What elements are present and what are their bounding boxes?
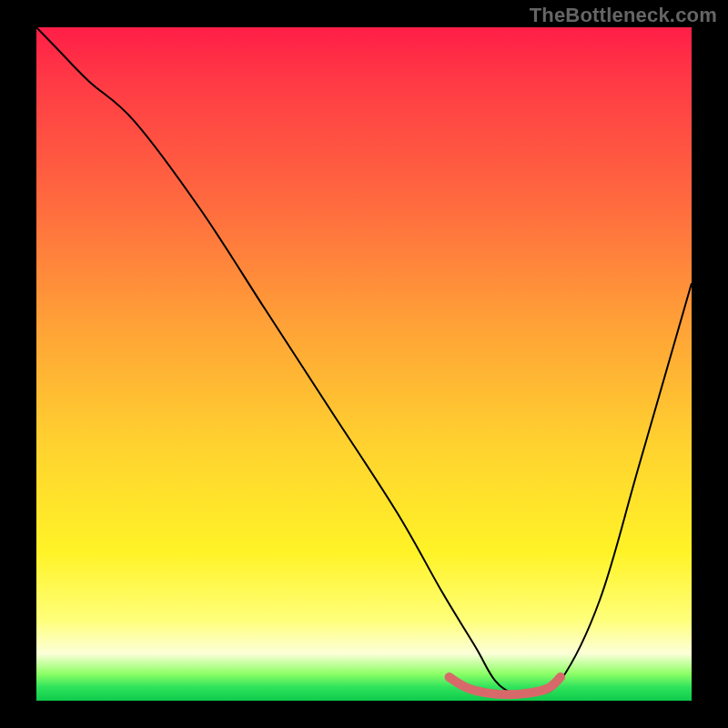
curve-svg [36, 27, 692, 701]
chart-container: TheBottleneck.com [0, 0, 728, 728]
bottleneck-curve [36, 27, 692, 696]
optimal-range-marker [450, 677, 561, 694]
plot-area [36, 27, 692, 701]
watermark-text: TheBottleneck.com [530, 4, 717, 27]
